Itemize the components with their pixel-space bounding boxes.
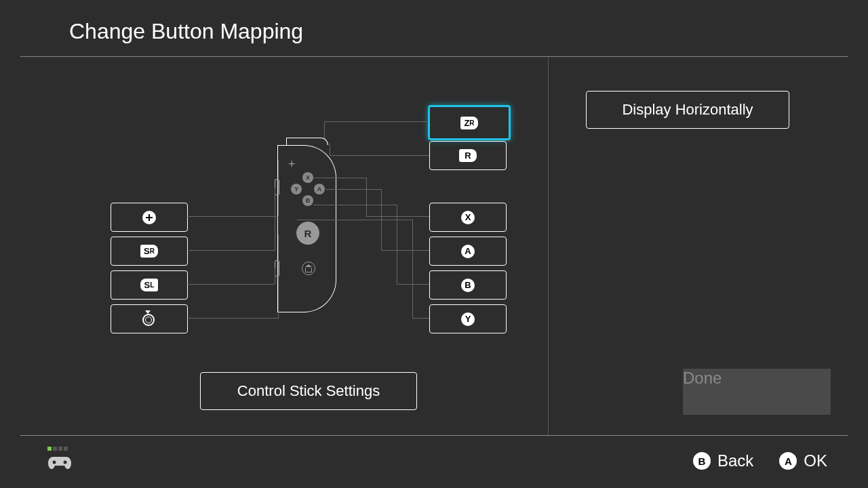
back-label: Back bbox=[717, 451, 753, 470]
connector bbox=[275, 188, 275, 251]
ok-hint: A OK bbox=[779, 451, 827, 470]
connector bbox=[324, 121, 325, 138]
done-button[interactable]: Done bbox=[683, 369, 831, 415]
map-a-button[interactable]: A bbox=[429, 237, 507, 266]
joycon-stick: R bbox=[296, 222, 319, 245]
ok-label: OK bbox=[804, 451, 827, 470]
connector bbox=[366, 216, 429, 217]
map-plus-button[interactable] bbox=[111, 203, 188, 232]
footer-actions: B Back A OK bbox=[693, 451, 827, 470]
connector bbox=[326, 189, 381, 190]
r-label: R bbox=[459, 149, 477, 162]
home-icon bbox=[302, 262, 315, 275]
map-sl-button[interactable]: SL bbox=[111, 270, 188, 300]
player-dot-1 bbox=[47, 447, 52, 451]
display-horizontally-button[interactable]: Display Horizontally bbox=[586, 91, 789, 129]
b-label: B bbox=[461, 279, 475, 292]
map-zr-button[interactable]: ZR bbox=[428, 105, 511, 140]
joycon-shoulder bbox=[286, 138, 328, 145]
joycon-b: B bbox=[302, 195, 313, 206]
plus-icon bbox=[142, 211, 156, 224]
sl-label: SL bbox=[140, 279, 158, 291]
joycon-plus-icon: + bbox=[288, 157, 296, 171]
connector bbox=[313, 205, 397, 205]
connector bbox=[330, 144, 330, 155]
joycon-a: A bbox=[314, 184, 325, 195]
connector bbox=[297, 220, 412, 220]
map-x-button[interactable]: X bbox=[429, 203, 507, 232]
connector bbox=[366, 178, 367, 216]
footer: B Back A OK bbox=[20, 435, 848, 486]
map-sr-button[interactable]: SR bbox=[111, 237, 188, 266]
connector bbox=[330, 155, 429, 156]
header: Change Button Mapping bbox=[20, 0, 848, 57]
player-dot-3 bbox=[58, 447, 62, 451]
connector bbox=[313, 178, 366, 178]
joycon-x: X bbox=[302, 172, 313, 183]
map-r-button[interactable]: R bbox=[429, 141, 507, 170]
connector bbox=[186, 318, 278, 319]
connector bbox=[186, 216, 278, 217]
main: SR SL ZR R X A B Y bbox=[0, 57, 868, 435]
connector bbox=[275, 268, 275, 284]
x-label: X bbox=[461, 211, 475, 224]
b-button-icon: B bbox=[693, 452, 711, 470]
controller-icon bbox=[47, 453, 72, 475]
map-stick-press-button[interactable] bbox=[111, 304, 188, 333]
page-title: Change Button Mapping bbox=[69, 19, 848, 44]
connector bbox=[278, 160, 279, 217]
player-dots bbox=[47, 447, 72, 451]
map-b-button[interactable]: B bbox=[429, 270, 507, 300]
connector bbox=[397, 284, 429, 285]
stick-press-icon bbox=[142, 312, 156, 326]
back-hint: B Back bbox=[693, 451, 753, 470]
zr-label: ZR bbox=[460, 117, 478, 129]
svg-point-0 bbox=[53, 461, 56, 464]
display-horizontally-label: Display Horizontally bbox=[622, 101, 753, 119]
player-dot-4 bbox=[64, 447, 68, 451]
player-indicator bbox=[47, 447, 72, 475]
connector bbox=[412, 318, 429, 319]
joycon-y: Y bbox=[291, 184, 302, 195]
side-panel: Display Horizontally Done bbox=[548, 57, 868, 435]
connector bbox=[397, 205, 397, 284]
a-label: A bbox=[461, 245, 475, 258]
mapping-area: SR SL ZR R X A B Y bbox=[0, 57, 548, 435]
map-y-button[interactable]: Y bbox=[429, 304, 507, 333]
y-label: Y bbox=[461, 312, 475, 326]
connector bbox=[412, 220, 413, 318]
joycon-diagram: + X Y A B R bbox=[280, 145, 336, 311]
svg-point-1 bbox=[64, 461, 67, 464]
done-label: Done bbox=[683, 369, 722, 387]
connector bbox=[186, 250, 275, 251]
connector bbox=[186, 284, 275, 285]
a-button-icon: A bbox=[779, 452, 797, 470]
connector bbox=[278, 235, 279, 319]
sr-label: SR bbox=[140, 245, 158, 258]
control-stick-label: Control Stick Settings bbox=[237, 382, 380, 400]
connector bbox=[324, 121, 429, 122]
connector bbox=[381, 250, 429, 251]
control-stick-settings-button[interactable]: Control Stick Settings bbox=[200, 372, 417, 410]
player-dot-2 bbox=[53, 447, 57, 451]
